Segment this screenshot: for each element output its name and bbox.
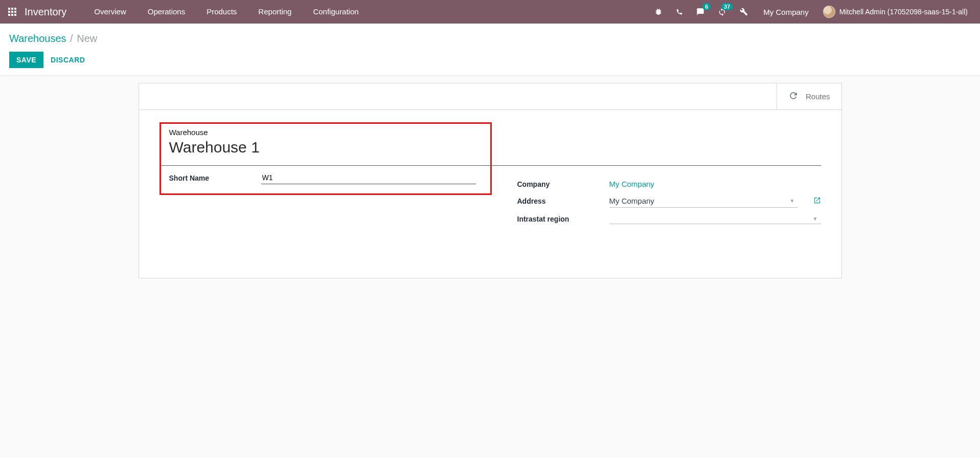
breadcrumb-current: New	[77, 33, 97, 44]
svg-rect-3	[8, 11, 10, 13]
timer-badge: 37	[721, 3, 733, 10]
save-button[interactable]: SAVE	[9, 52, 43, 68]
menu-reporting[interactable]: Reporting	[249, 0, 301, 24]
routes-label: Routes	[806, 92, 830, 101]
svg-rect-4	[11, 11, 13, 13]
chat-icon[interactable]: 6	[691, 0, 710, 24]
timer-icon[interactable]: 37	[713, 0, 732, 24]
menu-operations[interactable]: Operations	[139, 0, 194, 24]
discard-button[interactable]: DISCARD	[51, 56, 85, 64]
form-sheet: Routes Warehouse Short Name	[139, 83, 842, 278]
control-panel: Warehouses / New SAVE DISCARD	[0, 24, 980, 76]
breadcrumb-parent[interactable]: Warehouses	[9, 33, 66, 44]
menu-configuration[interactable]: Configuration	[304, 0, 368, 24]
address-value: My Company	[609, 197, 787, 205]
chevron-down-icon[interactable]: ▼	[810, 216, 821, 222]
phone-icon[interactable]	[671, 0, 688, 24]
svg-rect-5	[14, 11, 16, 13]
tools-icon[interactable]	[735, 0, 753, 24]
breadcrumb: Warehouses / New	[9, 33, 971, 45]
svg-rect-8	[14, 14, 16, 16]
warehouse-name-label: Warehouse	[169, 128, 482, 137]
highlight-annotation: Warehouse Short Name	[159, 122, 492, 195]
intrastat-select[interactable]: ▼	[609, 214, 821, 224]
main-navbar: Inventory Overview Operations Products R…	[0, 0, 980, 24]
svg-rect-2	[14, 8, 16, 10]
chat-badge: 6	[702, 3, 711, 10]
warehouse-name-input[interactable]	[169, 138, 482, 159]
short-name-input[interactable]	[261, 171, 476, 184]
chevron-down-icon[interactable]: ▼	[787, 198, 798, 204]
avatar-icon	[823, 6, 835, 18]
user-name: Mitchell Admin (17052098-saas-15-1-all)	[839, 8, 968, 16]
short-name-label: Short Name	[169, 174, 251, 182]
external-link-icon[interactable]	[813, 197, 821, 206]
user-menu[interactable]: Mitchell Admin (17052098-saas-15-1-all)	[819, 6, 972, 18]
company-selector[interactable]: My Company	[756, 8, 815, 16]
routes-stat-button[interactable]: Routes	[777, 83, 841, 110]
refresh-icon	[788, 91, 799, 102]
intrastat-label: Intrastat region	[517, 215, 599, 223]
svg-rect-6	[8, 14, 10, 16]
statusbar: Routes	[139, 83, 841, 110]
address-select[interactable]: My Company ▼	[609, 194, 798, 208]
svg-rect-0	[8, 8, 10, 10]
app-brand[interactable]: Inventory	[25, 6, 66, 18]
svg-rect-1	[11, 8, 13, 10]
svg-rect-7	[11, 14, 13, 16]
apps-grid-icon[interactable]	[8, 8, 16, 16]
menu-overview[interactable]: Overview	[85, 0, 135, 24]
company-label: Company	[517, 180, 599, 188]
breadcrumb-sep: /	[70, 33, 73, 44]
title-underline	[159, 165, 821, 166]
company-value[interactable]: My Company	[609, 180, 654, 188]
bug-icon[interactable]	[649, 0, 668, 24]
address-label: Address	[517, 197, 599, 205]
menu-products[interactable]: Products	[197, 0, 246, 24]
